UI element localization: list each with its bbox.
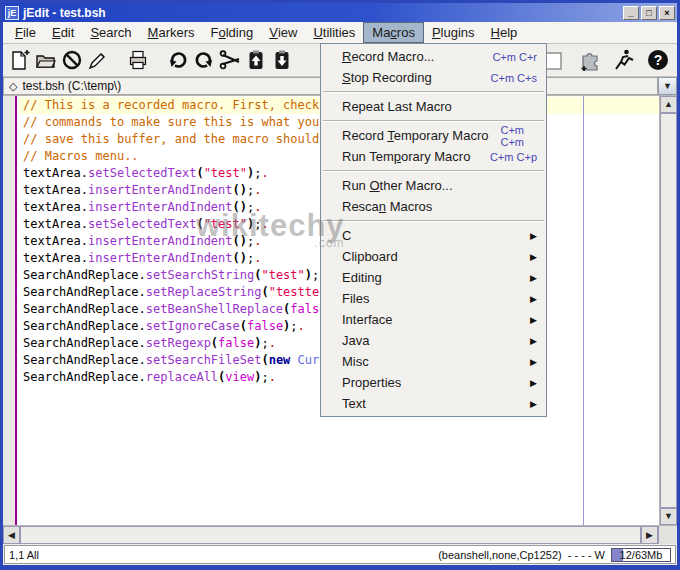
menu-item-label: Stop Recording [342,70,479,85]
menu-item-label: Run Temporary Macro [342,149,478,164]
submenu-arrow-icon: ▶ [530,252,537,262]
window-title: jEdit - test.bsh [23,6,621,20]
menu-item-run-other-macro[interactable]: Run Other Macro... [322,175,545,196]
redo-button[interactable] [191,47,217,73]
submenu-arrow-icon: ▶ [530,378,537,388]
horizontal-scrollbar[interactable]: ◀ ▶ [3,526,658,544]
buffer-label: test.bsh (C:\temp\) [22,79,121,93]
menu-separator [323,120,544,122]
toolbar-group [7,47,111,73]
submenu-arrow-icon: ▶ [530,399,537,409]
undo-button[interactable] [165,47,191,73]
menu-separator [323,220,544,222]
gutter[interactable] [3,96,17,525]
menu-view[interactable]: View [261,22,305,43]
close-button[interactable]: × [659,6,675,20]
menu-item-label: Java [342,333,518,348]
submenu-arrow-icon: ▶ [530,357,537,367]
memory-gauge[interactable]: 12/63Mb [611,548,671,562]
memory-text: 12/63Mb [612,549,670,562]
run-macro-button[interactable] [611,47,637,73]
menu-item-rescan-macros[interactable]: Rescan Macros [322,196,545,217]
menu-item-record-macro[interactable]: Record Macro...C+m C+r [322,46,545,67]
menu-item-label: Text [342,396,518,411]
menu-item-editing[interactable]: Editing▶ [322,267,545,288]
window-controls: _□× [621,6,675,20]
menu-item-label: Rescan Macros [342,199,537,214]
scroll-up-button[interactable]: ▲ [660,96,677,113]
toolbar-group [165,47,295,73]
menu-item-label: Editing [342,270,518,285]
copy-button[interactable] [243,47,269,73]
menu-shortcut: C+m C+p [490,151,537,163]
svg-text:?: ? [654,52,663,68]
menu-item-repeat-last-macro[interactable]: Repeat Last Macro [322,96,545,117]
menu-item-properties[interactable]: Properties▶ [322,372,545,393]
menu-item-label: C [342,228,518,243]
status-right-group: (beanshell,none,Cp1252) - - - - W 12/63M… [438,548,671,562]
title-bar[interactable]: jE jEdit - test.bsh _□× [3,3,677,22]
open-file-button[interactable] [33,47,59,73]
paste-button[interactable] [269,47,295,73]
edit-pencil-button[interactable] [85,47,111,73]
menu-item-label: Repeat Last Macro [342,99,537,114]
maximize-button[interactable]: □ [641,6,657,20]
toolbar-right-group: ? [577,47,671,73]
app-window: jE jEdit - test.bsh _□× FileEditSearchMa… [0,0,680,570]
menu-folding[interactable]: Folding [203,22,262,43]
buffer-status-icon: ◇ [9,80,17,93]
scroll-down-button[interactable]: ▼ [660,508,677,525]
menu-macros[interactable]: Macros [363,22,424,43]
menu-shortcut: C+m C+s [491,72,537,84]
scroll-left-button[interactable]: ◀ [3,526,20,544]
menu-utilities[interactable]: Utilities [305,22,363,43]
plugin-manager-button[interactable] [577,47,603,73]
menu-file[interactable]: File [7,22,44,43]
menu-plugins[interactable]: Plugins [424,22,483,43]
new-file-icon [9,49,31,71]
menu-separator [323,170,544,172]
edit-pencil-icon [87,49,109,71]
minimize-button[interactable]: _ [623,6,639,20]
resize-grip[interactable] [658,526,677,544]
buffer-dropdown-button[interactable]: ▼ [658,77,677,95]
menu-item-misc[interactable]: Misc▶ [322,351,545,372]
menu-help[interactable]: Help [483,22,526,43]
menu-item-files[interactable]: Files▶ [322,288,545,309]
macros-menu-popup: Record Macro...C+m C+rStop RecordingC+m … [320,43,547,417]
submenu-arrow-icon: ▶ [530,231,537,241]
menu-item-label: Run Other Macro... [342,178,537,193]
menu-item-record-temporary-macro[interactable]: Record Temporary MacroC+m C+m [322,125,545,146]
menu-item-interface[interactable]: Interface▶ [322,309,545,330]
menu-item-label: Clipboard [342,249,518,264]
buffer-mode-info: (beanshell,none,Cp1252) [438,549,562,561]
print-button[interactable] [125,47,151,73]
status-flags: - - - - W [568,549,605,561]
menu-item-label: Record Temporary Macro [342,128,488,143]
submenu-arrow-icon: ▶ [530,294,537,304]
menu-search[interactable]: Search [82,22,139,43]
menu-item-c[interactable]: C▶ [322,225,545,246]
help-button[interactable]: ? [645,47,671,73]
menu-shortcut: C+m C+m [500,124,537,148]
plugin-manager-icon [578,48,602,72]
horizontal-scrollbar-row: ◀ ▶ [3,525,677,544]
menu-item-label: Files [342,291,518,306]
menu-item-clipboard[interactable]: Clipboard▶ [322,246,545,267]
cut-button[interactable] [217,47,243,73]
menu-edit[interactable]: Edit [44,22,82,43]
vertical-scrollbar-thumb[interactable] [660,113,677,508]
menu-item-java[interactable]: Java▶ [322,330,545,351]
menu-item-text[interactable]: Text▶ [322,393,545,414]
scroll-right-button[interactable]: ▶ [641,526,658,544]
menu-item-run-temporary-macro[interactable]: Run Temporary MacroC+m C+p [322,146,545,167]
menu-item-stop-recording[interactable]: Stop RecordingC+m C+s [322,67,545,88]
new-file-button[interactable] [7,47,33,73]
menu-markers[interactable]: Markers [140,22,203,43]
wrap-margin-line [583,96,584,525]
submenu-arrow-icon: ▶ [530,336,537,346]
vertical-scrollbar[interactable]: ▲ ▼ [659,96,677,525]
close-buffer-button[interactable] [59,47,85,73]
horizontal-scrollbar-thumb[interactable] [20,526,641,544]
status-bar: 1,1 All (beanshell,none,Cp1252) - - - - … [4,545,676,564]
